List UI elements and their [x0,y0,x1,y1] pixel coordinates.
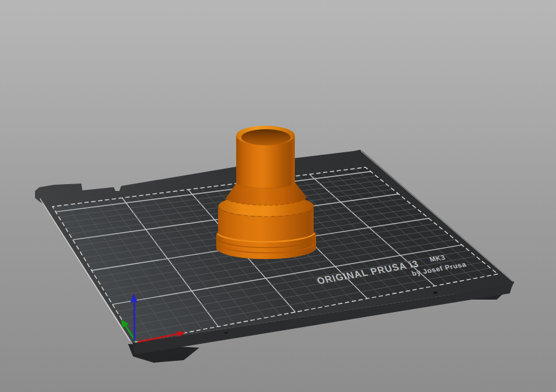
scene-canvas: ORIGINAL PRUSA i3 MK3 by Josef Prusa [0,0,556,392]
model-funnel-adapter[interactable] [216,126,316,260]
viewport-3d[interactable]: ORIGINAL PRUSA i3 MK3 by Josef Prusa [0,0,556,392]
bed-screw-hole-left [224,331,229,334]
model-top-hole [241,129,290,145]
bed-screw-hole-right [433,292,437,294]
